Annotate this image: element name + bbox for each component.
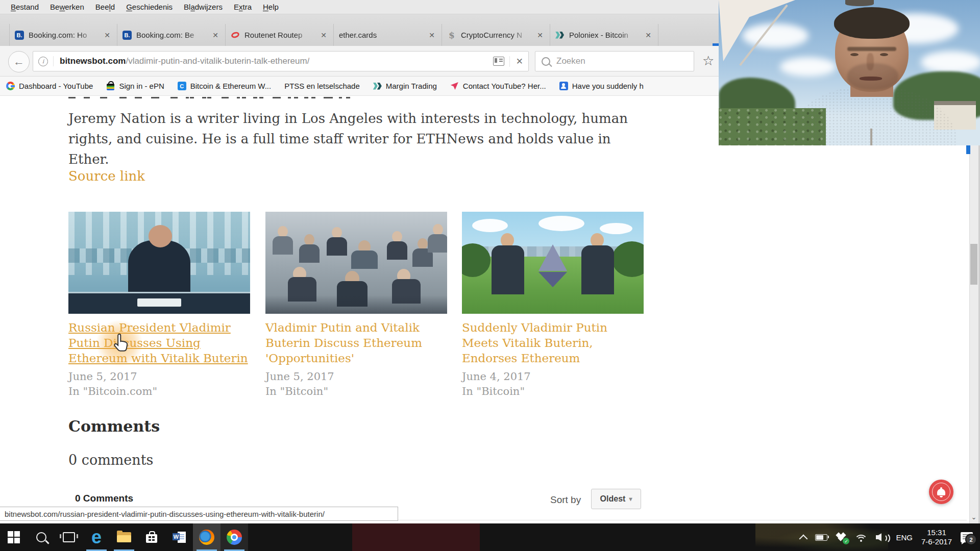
sort-dropdown[interactable]: Oldest ▾: [591, 489, 641, 509]
task-view-icon: [63, 532, 75, 542]
mouse-cursor-hand: [112, 333, 131, 355]
bookmark-dashboard-youtube[interactable]: Dashboard - YouTube: [6, 82, 93, 90]
tab-poloniex[interactable]: Poloniex - Bitcoin ✕: [550, 24, 658, 46]
menu-help[interactable]: Help: [257, 3, 284, 11]
menu-beeld[interactable]: Beeld: [90, 3, 120, 11]
related-category-2: In "Bitcoin": [265, 385, 447, 397]
taskbar-edge-button[interactable]: e: [83, 523, 110, 551]
menu-bestand[interactable]: Bestand: [5, 3, 44, 11]
taskbar-search-button[interactable]: [28, 523, 55, 551]
taskbar-chrome-button[interactable]: [220, 523, 248, 551]
tab-close-icon[interactable]: ✕: [319, 30, 328, 40]
tab-close-icon[interactable]: ✕: [103, 30, 112, 40]
tab-title: Poloniex - Bitcoin: [569, 31, 639, 39]
related-post-2: Vladimir Putin and Vitalik Buterin Discu…: [265, 212, 447, 397]
related-image-putin-buterin-cartoon[interactable]: [462, 212, 644, 314]
time: 15:31: [921, 528, 952, 537]
menu-bladwijzers[interactable]: Bladwijzers: [178, 3, 228, 11]
bookmark-bitcoin-ethereum[interactable]: C Bitcoin & Ethereum W...: [178, 82, 271, 90]
taskbar-word-button[interactable]: W: [165, 523, 193, 551]
tab-booking-2[interactable]: B. Booking.com: Be ✕: [117, 24, 226, 46]
search-bar[interactable]: [535, 51, 694, 71]
related-post-1: Russian President Vladimir Putin Discuss…: [68, 212, 250, 397]
menu-bewerken[interactable]: Bewerken: [44, 3, 90, 11]
sort-value: Oldest: [600, 494, 626, 504]
wifi-icon[interactable]: [855, 533, 867, 542]
related-link-3[interactable]: Suddenly Vladimir Putin Meets Vitalik Bu…: [462, 320, 644, 366]
action-center-icon[interactable]: 2: [961, 532, 973, 542]
notification-badge: 2: [965, 534, 977, 545]
c-icon: C: [178, 82, 186, 90]
edge-icon: e: [91, 528, 102, 546]
bookmark-label: Margin Trading: [386, 82, 437, 90]
related-category-3: In "Bitcoin": [462, 385, 644, 397]
bookmark-label: Contact YouTube? Her...: [463, 82, 546, 90]
related-image-putin-podium[interactable]: [68, 212, 250, 314]
arrow-icon: [450, 82, 459, 90]
tab-close-icon[interactable]: ✕: [427, 30, 436, 40]
tab-ethercards[interactable]: ether.cards ✕: [334, 24, 442, 46]
related-date-2: June 5, 2017: [265, 370, 447, 383]
scrollbar-track[interactable]: [969, 96, 978, 523]
bookmark-label: Sign in - ePN: [119, 82, 164, 90]
source-link[interactable]: Source link: [68, 168, 145, 184]
language-indicator[interactable]: ENG: [896, 533, 913, 542]
bookmark-label: Have you suddenly h: [572, 82, 644, 90]
clock[interactable]: 15:31 7-6-2017: [921, 528, 952, 546]
tab-close-icon[interactable]: ✕: [535, 30, 545, 40]
related-post-3: Suddenly Vladimir Putin Meets Vitalik Bu…: [462, 212, 644, 397]
hidden-element-edge: [966, 145, 970, 154]
url-bar[interactable]: i bitnewsbot.com/vladimir-putin-and-vita…: [33, 51, 529, 71]
search-input[interactable]: [555, 56, 688, 67]
chrome-icon: [227, 530, 242, 545]
bookmark-have-you-suddenly[interactable]: Have you suddenly h: [559, 82, 644, 90]
shopping-bag-icon: [106, 82, 115, 90]
tab-close-icon[interactable]: ✕: [644, 30, 653, 40]
back-button[interactable]: ←: [8, 51, 30, 72]
reader-mode-icon[interactable]: [493, 57, 504, 66]
dropbox-icon[interactable]: ✓: [836, 533, 846, 542]
battery-icon[interactable]: [815, 534, 827, 541]
tab-cryptocurrency[interactable]: $ CryptoCurrency N ✕: [442, 24, 550, 46]
taskbar-explorer-button[interactable]: [110, 523, 138, 551]
bookmark-contact-youtube[interactable]: Contact YouTube? Her...: [450, 82, 546, 90]
sort-by-label: Sort by: [550, 494, 581, 506]
word-icon: W: [173, 532, 186, 543]
bookmark-margin-trading[interactable]: Margin Trading: [373, 82, 437, 90]
taskbar-firefox-button[interactable]: [193, 523, 220, 551]
related-link-2[interactable]: Vladimir Putin and Vitalik Buterin Discu…: [265, 320, 447, 366]
tab-routenet[interactable]: Routenet Routep ✕: [226, 24, 334, 46]
url-path: /vladimir-putin-and-vitalik-buterin-talk…: [126, 56, 309, 66]
scrollbar-down-arrow[interactable]: ⌄: [969, 511, 978, 522]
menu-geschiedenis[interactable]: Geschiedenis: [120, 3, 178, 11]
tab-close-icon[interactable]: ✕: [211, 30, 220, 40]
related-category-1: In "Bitcoin.com": [68, 385, 250, 397]
poloniex-favicon: [555, 31, 565, 40]
poloniex-icon: [373, 82, 382, 90]
tab-booking-1[interactable]: B. Booking.com: Ho ✕: [9, 24, 117, 46]
related-date-1: June 5, 2017: [68, 370, 250, 383]
routenet-favicon: [231, 31, 240, 40]
task-view-button[interactable]: [55, 523, 83, 551]
status-bar-url: bitnewsbot.com/russian-president-vladimi…: [0, 507, 398, 521]
bookmark-ptss[interactable]: PTSS en letselschade: [284, 82, 360, 90]
page-info-icon[interactable]: i: [38, 57, 48, 66]
bookmark-star-icon[interactable]: ☆: [702, 53, 714, 69]
speaker-icon[interactable]: [876, 533, 887, 541]
url-domain: bitnewsbot.com: [60, 56, 126, 66]
search-icon: [36, 532, 46, 542]
comments-count: 0 comments: [68, 452, 153, 468]
bookmark-signin-epn[interactable]: Sign in - ePN: [106, 82, 164, 90]
stop-loading-icon[interactable]: ✕: [509, 56, 523, 67]
taskbar-store-button[interactable]: [138, 523, 165, 551]
menu-extra[interactable]: Extra: [228, 3, 257, 11]
author-bio: Jeremy Nation is a writer living in Los …: [68, 108, 634, 169]
tray-show-hidden-icon[interactable]: [799, 534, 808, 543]
related-image-putin-audience[interactable]: [265, 212, 447, 314]
scrollbar-thumb[interactable]: [970, 244, 977, 285]
firefox-icon: [199, 530, 214, 545]
notification-bell-button[interactable]: [929, 480, 953, 504]
webcam-shirt-placket: [870, 129, 872, 145]
start-button[interactable]: [0, 523, 28, 551]
umbrella-tip: [845, 0, 874, 6]
